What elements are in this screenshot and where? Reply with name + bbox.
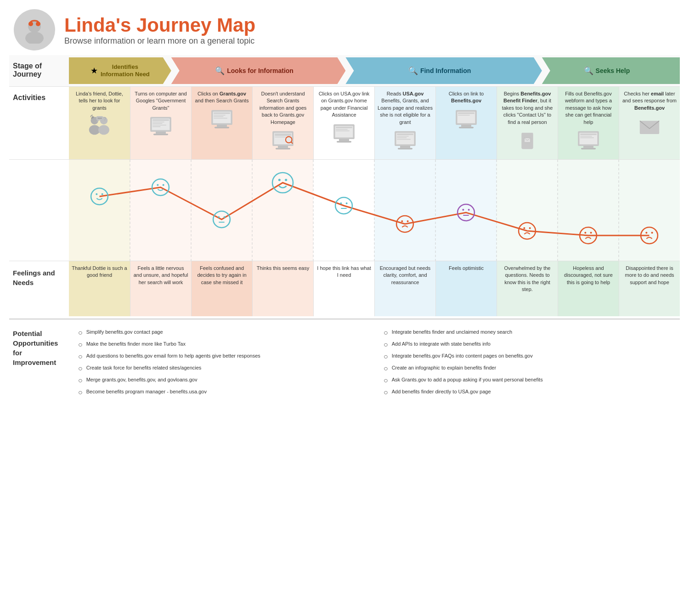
svg-rect-55 <box>397 136 408 137</box>
bullet-icon: ○ <box>384 353 388 361</box>
svg-point-120 <box>651 232 653 234</box>
feeling-3: Feels confused and decides to try again … <box>191 261 252 316</box>
svg-rect-20 <box>156 132 166 134</box>
bullet-icon: ○ <box>384 376 388 385</box>
svg-rect-32 <box>214 115 225 116</box>
activity-col-8: Begins Benefits.gov Benefit Finder, but … <box>497 87 558 159</box>
computer-icon-7 <box>452 107 480 132</box>
opportunities-row: PotentialOpportunitiesforImprovement ○ S… <box>9 319 680 409</box>
opp-right-5: ○ Ask Grants.gov to add a popup asking i… <box>384 376 671 385</box>
activity-text-9: Fills out Benefits.gov webform and types… <box>561 90 616 126</box>
svg-rect-24 <box>152 123 162 124</box>
svg-rect-77 <box>497 160 558 261</box>
svg-rect-22 <box>152 119 169 121</box>
bullet-icon: ○ <box>384 329 388 337</box>
svg-point-1 <box>25 32 44 44</box>
svg-rect-74 <box>130 160 313 261</box>
svg-point-93 <box>163 184 164 186</box>
svg-rect-30 <box>215 127 229 128</box>
emotion-chart-row <box>9 159 680 261</box>
stage-1-label: IdentifiesInformation Need <box>101 63 150 78</box>
feeling-2: Feels a little nervous and unsure, and h… <box>130 261 191 316</box>
opp-right-1: ○ Integrate benefits finder and unclaime… <box>384 329 671 337</box>
feeling-1: Thankful Dottie is such a good friend <box>69 261 130 316</box>
svg-point-90 <box>102 193 103 195</box>
svg-point-116 <box>584 232 586 234</box>
svg-rect-26 <box>152 126 160 127</box>
emotion-chart-svg <box>69 160 680 261</box>
activity-col-3: Clicks on Grants.gov and then Search Gra… <box>191 87 252 159</box>
activity-text-7: Clicks on link to Benefits.gov <box>439 90 494 105</box>
svg-point-107 <box>407 220 409 222</box>
svg-point-103 <box>346 202 348 204</box>
header-text: Linda's Journey Map Browse information o… <box>64 14 255 46</box>
svg-rect-69 <box>580 134 597 135</box>
feeling-4: Thinks this seems easy <box>252 261 313 316</box>
activity-text-6: Reads USA.gov Benefits, Grants, and Loan… <box>378 90 433 126</box>
svg-rect-67 <box>583 146 593 148</box>
stage-label: Stage of Journey <box>9 58 69 83</box>
bullet-icon: ○ <box>78 353 83 361</box>
page: Linda's Journey Map Browse information o… <box>0 0 689 419</box>
svg-point-106 <box>401 220 403 222</box>
computer-icon-9 <box>575 128 602 153</box>
feeling-6: Encouraged but needs clarity, comfort, a… <box>374 261 435 316</box>
opp-left-6: ○ Become benefits program manager - bene… <box>78 388 365 397</box>
svg-rect-21 <box>153 134 168 135</box>
svg-rect-75 <box>313 160 374 261</box>
bullet-icon: ○ <box>78 364 83 373</box>
feeling-10: Disappointed there is more to do and nee… <box>619 261 680 316</box>
svg-rect-61 <box>459 127 474 128</box>
svg-rect-34 <box>214 118 227 118</box>
svg-rect-45 <box>339 139 349 140</box>
svg-point-95 <box>218 216 220 218</box>
bullet-icon: ○ <box>78 376 83 385</box>
avatar <box>14 9 55 50</box>
opp-right-2: ○ Add APIs to integrate with state benef… <box>384 341 671 349</box>
feelings-row: Feelings andNeeds Thankful Dottie is suc… <box>9 261 680 316</box>
bullet-icon: ○ <box>384 388 388 397</box>
bullet-icon: ○ <box>384 341 388 349</box>
opp-right-6: ○ Add benefits finder directly to USA.go… <box>384 388 671 397</box>
computer-search-icon <box>269 128 297 153</box>
people-icon: ? <box>86 114 113 139</box>
svg-point-110 <box>468 209 470 211</box>
opp-left-4: ○ Create task force for benefits related… <box>78 364 365 373</box>
activity-col-9: Fills out Benefits.gov webform and types… <box>558 87 619 159</box>
bullet-icon: ○ <box>78 341 83 349</box>
computer-icon-5 <box>330 121 358 146</box>
svg-rect-53 <box>398 148 412 149</box>
stage-4-label: Seeks Help <box>596 67 630 74</box>
stage-arrow-1: ★ IdentifiesInformation Need <box>69 57 171 84</box>
svg-point-100 <box>285 179 287 181</box>
svg-point-113 <box>523 227 525 229</box>
activity-col-4: Doesn't understand Search Grants informa… <box>252 87 313 159</box>
stage-arrow-3: 🔍 Find Information <box>337 57 542 84</box>
svg-rect-68 <box>581 148 596 149</box>
activity-col-6: Reads USA.gov Benefits, Grants, and Loan… <box>374 87 435 159</box>
svg-text:?: ? <box>103 116 106 122</box>
opp-right-4: ○ Create an infographic to explain benef… <box>384 364 671 373</box>
svg-rect-62 <box>458 112 474 114</box>
svg-point-14 <box>97 118 98 119</box>
svg-point-119 <box>645 232 647 234</box>
opp-left-2: ○ Make the benefits finder more like Tur… <box>78 341 365 349</box>
computer-icon-2 <box>147 114 175 139</box>
computer-icon-3 <box>208 107 236 132</box>
computer-icon-6 <box>391 128 419 153</box>
activity-text-1: Linda's friend, Dottie, tells her to loo… <box>72 90 127 112</box>
phone-icon <box>514 128 541 153</box>
svg-rect-52 <box>400 146 410 148</box>
stage-3-label: Find Information <box>420 67 471 74</box>
bullet-icon: ○ <box>78 329 83 337</box>
activities-label: Activities <box>9 87 69 106</box>
svg-point-114 <box>529 227 531 229</box>
stage-2-label: Looks for Information <box>227 67 294 74</box>
activity-text-2: Turns on computer and Googles "Governmen… <box>133 90 188 112</box>
activity-text-3: Clicks on Grants.gov and then Search Gra… <box>194 90 249 105</box>
svg-rect-73 <box>69 160 130 261</box>
bullet-icon: ○ <box>384 364 388 373</box>
svg-rect-29 <box>217 125 227 127</box>
stage-arrow-2: 🔍 Looks for Information <box>163 57 346 84</box>
svg-rect-63 <box>458 115 469 116</box>
